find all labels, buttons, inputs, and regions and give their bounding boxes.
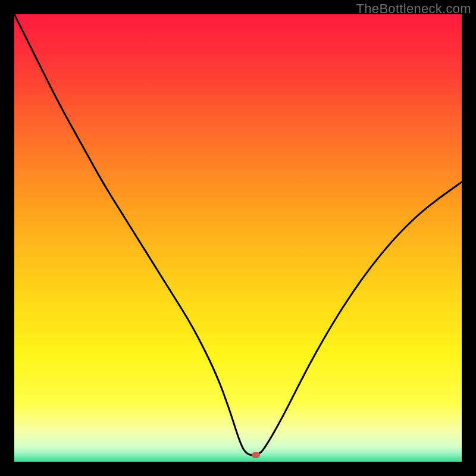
chart-frame: TheBottleneck.com [0,0,476,476]
watermark-text: TheBottleneck.com [356,1,471,17]
plot-area [14,14,462,462]
bottleneck-curve [14,14,462,462]
optimal-point-marker [252,452,260,458]
